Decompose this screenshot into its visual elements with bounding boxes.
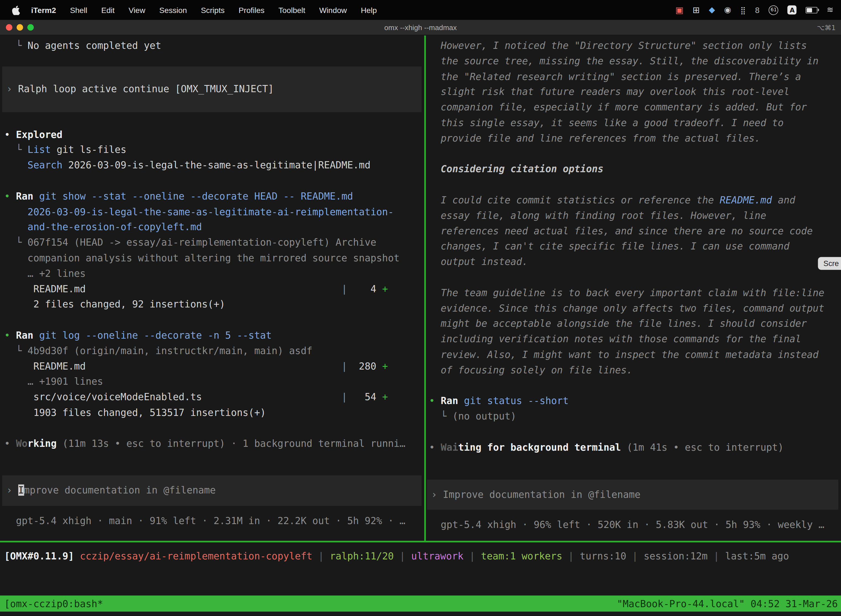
text-segment: + [382,391,388,402]
text-segment: this single essay, it seems like a good … [429,117,784,128]
terminal-right-pane[interactable]: However, I noticed the "Directory Struct… [426,35,841,541]
text-segment: review. Also, I might want to inspect th… [429,349,818,360]
terminal-line: references need actual files, and since … [429,224,841,239]
text-segment: └ [429,411,452,422]
zoom-button[interactable] [27,24,34,30]
blank-line [429,270,841,285]
terminal-line: • Ran git status --short [429,393,841,409]
terminal-line: 2026-03-09-is-legal-the-same-as-legitima… [4,204,424,220]
text-segment: Improve documentation in @filename [443,488,640,500]
minimize-button[interactable] [16,24,23,30]
text-segment: … +2 lines [4,268,86,279]
menu-item-view[interactable]: View [122,6,152,14]
terminal-line: the "Related research writing" section i… [429,69,841,84]
text-segment: Ralph loop active continue [OMX_TMUX_INJ… [18,83,274,94]
text-segment: of focusing solely on file lines. [429,364,632,375]
window-title: omx --xhigh --madmax [0,23,841,31]
text-segment [4,221,28,233]
menu-item-help[interactable]: Help [354,6,384,14]
text-segment: + [382,283,388,295]
menu-item-profiles[interactable]: Profiles [231,6,271,14]
app-icon-blue[interactable]: ◆ [709,6,715,14]
terminal-line: └ (no output) [429,409,841,424]
menu-item-edit[interactable]: Edit [94,6,122,14]
text-segment: List [28,144,51,155]
text-segment: git ls-files [51,144,126,155]
terminal-line: The team guideline is to back every impo… [429,285,841,301]
text-segment: 4b9d30f (origin/main, instructkr/main, m… [28,345,312,356]
menu-item-scripts[interactable]: Scripts [194,6,232,14]
text-segment: 1903 files changed, 513517 insertions(+) [4,406,266,418]
dots-grid-icon[interactable]: ⣿ [740,6,746,13]
stat-icon[interactable]: 8 [755,6,760,13]
terminal-left-pane[interactable]: └ No agents completed yet› Ralph loop ac… [0,35,424,541]
menu-item-toolbelt[interactable]: Toolbelt [271,6,312,14]
terminal-line: › Improve documentation in @filename [6,483,417,499]
prompt-input-box[interactable]: › Improve documentation in @filename [2,475,422,506]
text-segment: slight risk that future readers may over… [429,86,790,97]
menu-item-session[interactable]: Session [152,6,194,14]
screen-overlay-badge[interactable]: Scre [818,257,841,270]
text-segment: • [429,395,441,406]
text-segment: might be acceptable alongside the file l… [429,318,807,329]
text-segment: └ [4,345,28,356]
blank-line [4,173,424,189]
terminal-line: However, I noticed the "Directory Struct… [429,38,841,54]
text-segment: Wo [16,437,28,449]
apple-menu-icon[interactable] [12,5,20,15]
text-segment: and-the-erosion-of-copyleft.md [28,221,202,233]
wifi-icon[interactable]: ≋ [827,6,833,14]
blank-line [4,312,424,328]
text-segment [34,191,39,202]
blank-line [429,424,841,440]
text-segment: Search [28,160,62,171]
terminal-panes: └ No agents completed yet› Ralph loop ac… [0,35,841,541]
text-segment: mprove documentation in @filename [24,485,216,496]
terminal-line: evidence. Since this change only affects… [429,301,841,316]
terminal-line: … +2 lines [4,266,424,282]
text-segment: • [429,441,441,453]
text-segment: ralph:11/20 [330,550,394,562]
window-tile-icon[interactable]: ⊞ [693,6,700,14]
screen: iTerm2 ShellEditViewSessionScriptsProfil… [0,0,841,616]
text-segment: + [382,360,388,371]
text-segment: … +1901 lines [4,375,103,387]
text-segment: team:1 workers [481,550,562,562]
screen-recording-icon[interactable]: ▣ [675,6,683,14]
terminal-line: src/voice/voiceModeEnabled.ts | 54 + [4,390,424,405]
text-segment: › [6,485,18,496]
omx-status-line: [OMX#0.11.9] cczip/essay/ai-reimplementa… [0,542,841,564]
text-segment: including verification notes with those … [429,333,801,345]
text-segment: • [4,129,16,140]
menu-item-window[interactable]: Window [312,6,354,14]
input-source-badge[interactable]: A [787,5,797,14]
text-segment: › [6,83,18,94]
menu-item-shell[interactable]: Shell [63,6,94,14]
battery-icon[interactable] [806,7,818,13]
app-icon-round[interactable]: ◉ [724,6,731,14]
blank-line [429,146,841,162]
terminal-line: • Explored [4,127,424,142]
text-segment: turns:10 [580,550,626,562]
blank-line [4,421,424,436]
pane-status-line: gpt-5.4 xhigh · 96% left · 520K in · 5.8… [429,518,841,533]
text-segment: However, I noticed the "Directory Struct… [429,40,807,51]
text-segment: git log --oneline --decorate -n 5 --stat [39,329,272,340]
battery-percent-badge[interactable]: 61 [769,5,778,15]
window-title-bar[interactable]: omx --xhigh --madmax ⌥⌘1 [0,20,841,35]
text-segment: 2 files changed, 92 insertions(+) [4,299,226,310]
terminal-line: › Ralph loop active continue [OMX_TMUX_I… [6,81,417,97]
prompt-input-box[interactable]: › Improve documentation in @filename [427,480,838,510]
text-segment: No agents completed yet [28,40,161,51]
menu-item-app-name[interactable]: iTerm2 [24,6,63,14]
terminal-line: • Working (11m 13s • esc to interrupt) ·… [4,436,424,451]
close-button[interactable] [6,24,12,30]
text-segment: git show --stat --oneline --decorate HEA… [39,191,353,202]
terminal-line: slight risk that future readers may over… [429,84,841,100]
text-segment: | [626,550,644,562]
text-segment: last:5m ago [725,550,789,562]
text-segment: provide file and line references from th… [429,132,760,144]
text-segment: | [341,283,347,295]
filler [0,565,841,595]
text-segment [4,206,28,217]
